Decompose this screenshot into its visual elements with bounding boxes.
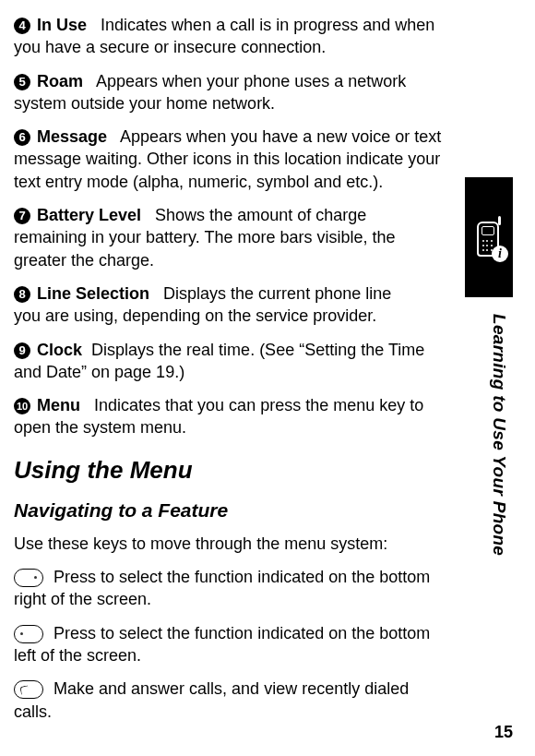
item-title: Roam — [37, 72, 83, 90]
item-title: Line Selection — [37, 284, 149, 303]
intro-paragraph: Use these keys to move through the menu … — [14, 533, 447, 555]
sidebar-badge: i — [465, 177, 513, 297]
soft-key-left-icon — [14, 625, 43, 643]
sidebar-section-label: Learning to Use Your Phone — [489, 314, 509, 556]
item-title: In Use — [37, 16, 87, 34]
item-number-badge: 10 — [14, 398, 30, 414]
indicator-item-8: 8 Line Selection Displays the current ph… — [14, 282, 410, 328]
page-number: 15 — [494, 723, 513, 742]
key-desc-text: Press to select the function indicated o… — [14, 624, 430, 665]
item-number-badge: 9 — [14, 342, 30, 359]
subsection-heading: Navigating to a Feature — [14, 499, 447, 522]
item-number-badge: 6 — [14, 129, 30, 146]
item-number-badge: 5 — [14, 74, 30, 90]
info-badge-icon: i — [492, 246, 508, 262]
indicator-item-9: 9 Clock Displays the real time. (See “Se… — [14, 339, 447, 384]
item-number-badge: 8 — [14, 286, 30, 303]
indicator-item-7: 7 Battery Level Shows the amount of char… — [14, 204, 410, 271]
key-description-left: Press to select the function indicated o… — [14, 622, 447, 667]
item-title: Battery Level — [37, 206, 141, 224]
key-desc-text: Press to select the function indicated o… — [14, 568, 430, 608]
item-title: Message — [37, 127, 107, 146]
indicator-item-10: 10 Menu Indicates that you can press the… — [14, 394, 447, 439]
key-desc-text: Make and answer calls, and view recently… — [14, 679, 409, 720]
section-heading: Using the Menu — [14, 456, 447, 485]
item-title: Menu — [37, 396, 80, 414]
phone-icon: i — [475, 216, 503, 258]
indicator-item-4: 4 In Use Indicates when a call is in pro… — [14, 14, 447, 59]
indicator-item-6: 6 Message Appears when you have a new vo… — [14, 126, 447, 193]
soft-key-right-icon — [14, 569, 43, 587]
key-description-right: Press to select the function indicated o… — [14, 566, 447, 611]
call-key-icon — [14, 680, 43, 699]
item-title: Clock — [37, 341, 82, 359]
item-number-badge: 7 — [14, 208, 30, 224]
key-description-call: Make and answer calls, and view recently… — [14, 678, 447, 723]
item-number-badge: 4 — [14, 18, 30, 34]
indicator-item-5: 5 Roam Appears when your phone uses a ne… — [14, 70, 447, 115]
main-content: 4 In Use Indicates when a call is in pro… — [14, 14, 447, 723]
